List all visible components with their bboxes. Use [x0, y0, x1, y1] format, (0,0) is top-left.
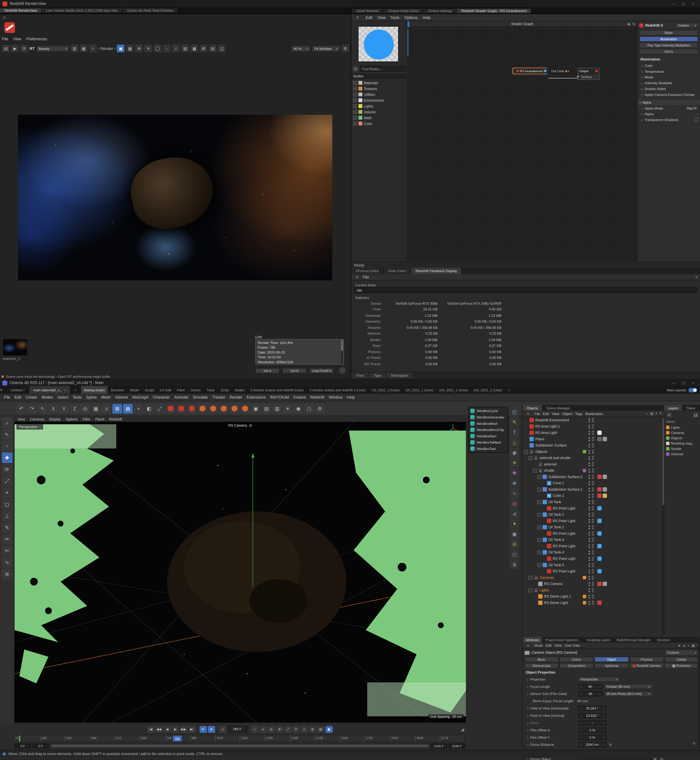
nav-next-icon[interactable]: › [114, 46, 116, 51]
menu-item[interactable]: Bookmarks [585, 411, 603, 416]
instance-icon[interactable]: ◻ [510, 549, 519, 559]
menu-item[interactable]: Preferences [26, 37, 47, 41]
minimize-icon[interactable]: — [670, 1, 678, 6]
visibility-dots[interactable] [589, 494, 590, 496]
visibility-dots[interactable] [589, 570, 590, 571]
visibility-dots[interactable] [589, 595, 590, 596]
layer-color-chip[interactable] [666, 436, 670, 440]
redo-icon[interactable]: ↷ [27, 404, 37, 414]
move-icon[interactable]: ✚ [2, 453, 12, 463]
menu-item[interactable]: Object [562, 411, 572, 416]
object-tag[interactable] [597, 556, 602, 561]
visibility-dots[interactable] [589, 519, 590, 521]
object-tree-row[interactable]: − Oil Tank [523, 499, 661, 505]
cube-icon[interactable]: ◻ [304, 404, 314, 414]
enable-marks[interactable] [592, 512, 594, 515]
up-icon[interactable]: ▲ [683, 643, 686, 647]
object-tree-row[interactable]: − Oil Tank.1 [523, 512, 661, 518]
attribute-tab[interactable]: Basic [525, 657, 559, 662]
nitrobox-item[interactable]: NitroBoxMirrorClip [469, 427, 508, 433]
axis-icon[interactable]: ⌖ [2, 487, 12, 498]
alpha-section-header[interactable]: Alpha [638, 100, 700, 105]
object-tree-row[interactable]: − ⊥ shuttle [523, 467, 661, 474]
object-tag[interactable] [597, 544, 602, 548]
fit-select[interactable]: Fit Window [312, 45, 340, 51]
object-tree-row[interactable]: RS Point Light [523, 543, 661, 549]
material-tab-button[interactable]: Basic [639, 30, 698, 35]
cloner-icon[interactable]: ❖ [510, 468, 519, 478]
panel-tab[interactable]: Scene Manager [542, 405, 575, 411]
attribute-tab[interactable]: Redshift Camera [630, 663, 664, 668]
volume-icon[interactable]: ◎ [510, 498, 519, 508]
visibility-dots[interactable] [589, 500, 590, 502]
octane-liveviewer-icon[interactable] [219, 404, 228, 414]
node-category[interactable]: + Lights [351, 103, 408, 109]
nitrobox-item[interactable]: NitroBoxTool [469, 446, 508, 452]
expand-icon[interactable]: + [353, 116, 357, 120]
viewport-menu-item[interactable]: Filter [83, 417, 91, 421]
enable-marks[interactable] [592, 449, 594, 451]
speaker-icon[interactable]: ◁ [219, 726, 226, 732]
expand-icon[interactable]: − [537, 475, 541, 479]
nav-prev-icon[interactable]: ‹ [98, 46, 100, 51]
object-tag[interactable] [597, 493, 602, 498]
layout-tab[interactable]: Paint [174, 386, 188, 394]
enable-marks[interactable] [592, 468, 594, 470]
viewport-menu-item[interactable]: Redshift [109, 417, 122, 421]
object-tag[interactable] [597, 437, 602, 441]
renderview-tab[interactable]: Redshift RenderView [0, 8, 42, 12]
visibility-dots[interactable] [589, 507, 590, 508]
text-icon[interactable]: T [510, 427, 519, 437]
enable-marks[interactable] [592, 474, 594, 477]
layer-color-chip[interactable] [666, 453, 670, 456]
editor-tab[interactable]: Redshift Shader Graph - RS Incandescent [457, 9, 531, 13]
expand-icon[interactable]: + [353, 122, 357, 125]
node-category[interactable]: + Color [351, 121, 408, 126]
visibility-icon[interactable]: ◉ [627, 22, 630, 26]
object-tag[interactable] [603, 474, 607, 479]
document-tab[interactable]: main asteroid2_v...× [29, 386, 70, 394]
object-tag[interactable] [603, 437, 607, 441]
menu-item[interactable]: Modes [42, 395, 53, 400]
layout-tab[interactable]: Startup (User) [81, 386, 108, 394]
viewport-menu-item[interactable]: Options [66, 417, 78, 421]
timeline-scrollbar[interactable] [50, 744, 429, 748]
expand-icon[interactable]: − [537, 551, 541, 554]
restart-render-icon[interactable]: ⟳ [20, 44, 28, 52]
material-property[interactable]: Apply Camera Exposure Compe [638, 92, 700, 97]
pixel-icon[interactable]: ⌗ [172, 44, 180, 52]
menu-item[interactable]: Edit [543, 411, 549, 416]
menu-item[interactable]: Mesh [101, 395, 111, 400]
menu-item[interactable]: Render [230, 395, 242, 400]
menu-item[interactable]: Window [329, 395, 342, 400]
expand-icon[interactable]: − [537, 500, 541, 504]
material-property[interactable]: Color [638, 62, 700, 68]
enable-marks[interactable] [592, 462, 594, 464]
minimize-icon[interactable]: — [670, 380, 678, 386]
renderview-tab[interactable]: Live Viewer Studio 2021.1-(R2) (258 days… [42, 8, 122, 12]
snapshot-thumbnail[interactable] [3, 339, 27, 356]
object-tree-row[interactable]: RS Area Light [523, 429, 661, 436]
scale-tool-icon[interactable]: ⤢ [155, 404, 165, 414]
keyframe-icon[interactable]: ◎ [267, 726, 275, 732]
clear-search-icon[interactable]: × [353, 66, 359, 72]
object-tag[interactable] [597, 487, 602, 492]
expand-icon[interactable]: − [524, 449, 528, 453]
viewport-menu-item[interactable]: Display [49, 417, 61, 421]
close-icon[interactable]: × [689, 1, 698, 6]
menu-item[interactable]: Edit [546, 644, 552, 647]
expand-icon[interactable]: − [537, 538, 541, 542]
visibility-dots[interactable] [589, 431, 590, 432]
spline-pen-icon[interactable]: ✎ [510, 417, 519, 427]
save-icon[interactable]: ▤ [2, 44, 10, 52]
record-pla-icon[interactable]: ≣ [309, 726, 316, 732]
film-icon[interactable]: ▤ [262, 404, 271, 414]
object-tree-row[interactable]: − ⊥ Cameras [523, 574, 661, 581]
visibility-dots[interactable] [589, 538, 590, 540]
layer-color-chip[interactable] [666, 447, 670, 451]
menu-item[interactable]: MoGraph [132, 395, 148, 400]
tiles-icon[interactable]: ▦ [126, 44, 134, 52]
set-a-button[interactable]: Set A [255, 368, 280, 373]
visibility-dots[interactable] [589, 557, 590, 559]
timeline-playhead[interactable]: 785 [173, 736, 182, 742]
